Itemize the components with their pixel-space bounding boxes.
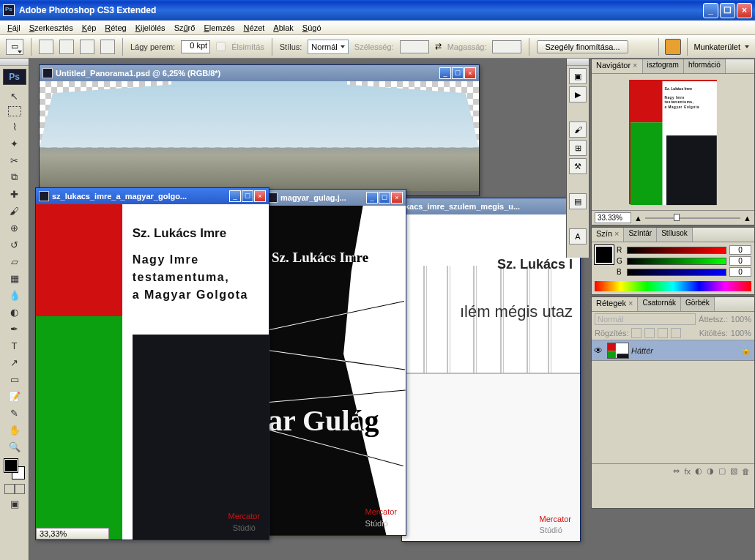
maximize-button[interactable]: ☐	[720, 3, 735, 18]
minimize-button[interactable]: _	[703, 3, 718, 18]
menu-file[interactable]: FFájlájl	[3, 22, 25, 34]
blur-tool[interactable]: 💧	[4, 287, 25, 303]
sel-int-icon[interactable]	[100, 40, 115, 54]
close-button[interactable]: ×	[737, 3, 752, 18]
doc-close-button[interactable]: ×	[254, 190, 266, 202]
delete-layer-icon[interactable]: 🗑	[742, 467, 750, 476]
style-dropdown[interactable]: Normál	[308, 40, 348, 54]
nav-zoom-slider[interactable]	[645, 214, 740, 223]
navigator-thumb[interactable]: Sz. Lukács Imre Nagy Imre testamentuma, …	[629, 80, 717, 204]
doc-golgota-canvas[interactable]: Sz. Lukács Imre Nagy Imre testamentuma, …	[36, 204, 269, 540]
slice-tool[interactable]: ⧉	[4, 169, 25, 185]
menu-layer[interactable]: Réteg	[100, 22, 130, 34]
b-slider[interactable]	[627, 269, 726, 276]
doc-szulem-canvas[interactable]: Sz. Lukács I ılém mégis utaz MercatorStú…	[402, 214, 580, 541]
wand-tool[interactable]: ✦	[4, 135, 25, 152]
menu-view[interactable]: Nézet	[239, 22, 269, 34]
doc-panorama-canvas[interactable]	[40, 81, 479, 195]
dodge-tool[interactable]: ◐	[4, 304, 25, 320]
g-value[interactable]: 0	[729, 256, 751, 266]
b-value[interactable]: 0	[729, 267, 751, 277]
link-layers-icon[interactable]: ⇔	[673, 466, 680, 476]
layer-group-icon[interactable]: ▢	[718, 466, 726, 476]
doc-panorama[interactable]: Untitled_Panorama1.psd @ 6,25% (RGB/8*) …	[39, 64, 480, 196]
clone-icon[interactable]: ⊞	[569, 140, 587, 156]
styles-tab[interactable]: Stílusok	[657, 228, 693, 242]
feather-input[interactable]: 0 kpt	[181, 40, 210, 53]
shape-tool[interactable]: ▭	[4, 371, 25, 387]
type-tool[interactable]: T	[4, 337, 25, 354]
layers-empty-area[interactable]	[592, 361, 754, 463]
heal-tool[interactable]: ✚	[4, 186, 25, 202]
pen-tool[interactable]: ✒	[4, 321, 25, 337]
refine-edge-button[interactable]: Szegély finomítása...	[537, 40, 628, 53]
doc-min-button[interactable]: _	[366, 192, 378, 204]
adjustment-layer-icon[interactable]: ◑	[707, 466, 714, 476]
menu-image[interactable]: Kép	[78, 22, 101, 34]
r-slider[interactable]	[627, 247, 726, 254]
doc-golgota[interactable]: sz_lukacs_imre_a_magyar_golgo... _ ☐ × S…	[35, 187, 269, 540]
curves-tab[interactable]: Görbék	[681, 297, 715, 311]
character-icon[interactable]: A	[569, 228, 587, 244]
eyedropper-tool[interactable]: ✎	[4, 405, 25, 421]
eraser-tool[interactable]: ▱	[4, 253, 25, 269]
tool-presets-icon[interactable]: ⚒	[569, 158, 587, 174]
doc-zoom-status[interactable]: 33,33%	[36, 528, 109, 540]
new-layer-icon[interactable]: ▧	[730, 466, 737, 476]
navigator-tab[interactable]: Navigátor×	[592, 59, 643, 73]
doc-panorama-titlebar[interactable]: Untitled_Panorama1.psd @ 6,25% (RGB/8*) …	[40, 65, 479, 81]
doc-min-button[interactable]: _	[439, 67, 451, 79]
layer-comps-icon[interactable]: ▤	[569, 193, 587, 209]
hand-tool[interactable]: ✋	[4, 422, 25, 438]
doc-min-button[interactable]: _	[229, 190, 241, 202]
doc-gulag-titlebar[interactable]: magyar_gulag.j... _ ☐ ×	[264, 190, 406, 206]
sel-new-icon[interactable]	[39, 40, 53, 54]
color-fg-swatch[interactable]	[595, 245, 614, 264]
menu-analysis[interactable]: Elemzés	[199, 22, 239, 34]
menu-window[interactable]: Ablak	[269, 22, 298, 34]
menu-edit[interactable]: Szerkesztés	[25, 22, 78, 34]
swatches-tab[interactable]: Színtár	[624, 228, 657, 242]
bridge-icon[interactable]	[665, 39, 681, 55]
workspace-label[interactable]: Munkaterület	[693, 42, 740, 51]
histogram-tab[interactable]: isztogram	[643, 59, 684, 73]
layer-thumb[interactable]	[607, 343, 629, 359]
layer-visibility-icon[interactable]: 👁	[592, 346, 605, 356]
doc-gulag-canvas[interactable]: Sz. Lukács Imre ar Gulág MercatorStúdió	[264, 206, 406, 535]
brushes-icon[interactable]: 🖌	[569, 122, 587, 138]
dock-icon-1[interactable]: ▣	[569, 68, 587, 84]
doc-gulag[interactable]: magyar_gulag.j... _ ☐ × Sz. Lukács Imre …	[264, 189, 406, 536]
menu-help[interactable]: Súgó	[298, 22, 326, 34]
sel-add-icon[interactable]	[59, 40, 74, 54]
color-spectrum[interactable]	[595, 281, 751, 291]
tool-indicator[interactable]: ▭	[6, 39, 23, 55]
zoom-in-icon[interactable]: ▲	[743, 214, 751, 223]
layer-mask-icon[interactable]: ◐	[695, 466, 702, 476]
doc-szulem-titlebar[interactable]: kacs_imre_szulem_megis_u...	[402, 198, 580, 214]
zoom-out-icon[interactable]: ▲	[634, 214, 642, 223]
brush-tool[interactable]: 🖌	[4, 203, 25, 219]
notes-tool[interactable]: 📝	[4, 388, 25, 404]
layer-row[interactable]: 👁 Háttér 🔒	[592, 340, 754, 361]
gradient-tool[interactable]: ▦	[4, 270, 25, 286]
move-tool[interactable]: ↖	[4, 88, 25, 104]
path-tool[interactable]: ↗	[4, 354, 25, 370]
zoom-tool[interactable]: 🔍	[4, 438, 25, 455]
dock-grip[interactable]	[567, 59, 589, 66]
sel-sub-icon[interactable]	[80, 40, 94, 54]
doc-max-button[interactable]: ☐	[379, 192, 390, 204]
doc-close-button[interactable]: ×	[464, 67, 476, 79]
marquee-tool[interactable]	[8, 106, 21, 116]
screen-mode[interactable]: ▣	[4, 496, 25, 512]
foreground-color[interactable]	[4, 459, 18, 472]
doc-szulem[interactable]: kacs_imre_szulem_megis_u... Sz. Lukács I…	[401, 198, 581, 542]
crop-tool[interactable]: ✂	[4, 152, 25, 168]
menu-select[interactable]: Kijelölés	[131, 22, 170, 34]
doc-max-button[interactable]: ☐	[242, 190, 253, 202]
nav-zoom-value[interactable]: 33.33%	[595, 212, 631, 223]
quickmask-toggle[interactable]	[4, 484, 25, 494]
channels-tab[interactable]: Csatornák	[638, 297, 681, 311]
lasso-tool[interactable]: ⌇	[4, 119, 25, 135]
color-swatch[interactable]	[4, 459, 25, 479]
r-value[interactable]: 0	[729, 245, 751, 255]
